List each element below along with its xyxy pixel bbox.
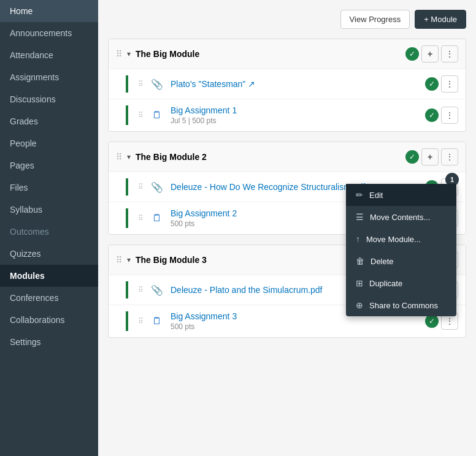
context-menu-item-label: Edit (369, 191, 383, 200)
sidebar-item-conferences[interactable]: Conferences (0, 287, 98, 309)
module-item: ⠿ 📎 Plato's "Statesman" ↗ (109, 69, 466, 99)
module-title-1: The Big Module (136, 49, 401, 59)
item-meta: Jul 5 | 500 pts (171, 116, 420, 125)
add-module-button[interactable]: + Module (415, 10, 466, 29)
context-menu: ✏ Edit ☰ Move Contents... ↑ Move Module.… (346, 184, 456, 316)
item-title-link[interactable]: Big Assignment 3 (171, 311, 237, 321)
context-menu-item-duplicate[interactable]: ⊞ Duplicate (346, 272, 456, 294)
item-title-link[interactable]: Plato's "Statesman" ↗ (171, 79, 255, 89)
module-expand-btn-2[interactable] (127, 153, 131, 161)
module-check-2 (405, 150, 419, 164)
item-check (425, 314, 439, 328)
item-left-border (126, 281, 128, 298)
module-item: ⠿ 🗒 Big Assignment 1 Jul 5 | 500 pts (109, 99, 466, 131)
sidebar-item-assignments[interactable]: Assignments (0, 66, 98, 88)
module-menu-btn-2[interactable] (441, 148, 458, 165)
sidebar-item-discussions[interactable]: Discussions (0, 88, 98, 110)
sidebar-item-modules[interactable]: Modules (0, 265, 98, 287)
item-title-link[interactable]: Deleuze - Plato and the Simulacrum.pdf (171, 285, 322, 295)
context-menu-item-label: Move Contents... (370, 213, 430, 222)
view-progress-button[interactable]: View Progress (340, 10, 410, 29)
assignment-icon: 🗒 (152, 110, 162, 121)
item-title-link[interactable]: Deleuze - How Do We Recognize Structural… (171, 182, 365, 192)
module-drag-handle-1[interactable]: ⠿ (116, 49, 122, 59)
sidebar-item-collaborations[interactable]: Collaborations (0, 309, 98, 331)
top-bar: View Progress + Module (108, 10, 466, 29)
item-drag-handle[interactable]: ⠿ (138, 214, 144, 222)
sidebar-item-grades[interactable]: Grades (0, 110, 98, 132)
module-header-1: ⠿ The Big Module (109, 39, 466, 69)
item-drag-handle[interactable]: ⠿ (138, 286, 144, 294)
context-menu-item-label: Duplicate (369, 279, 402, 288)
sidebar-item-people[interactable]: People (0, 132, 98, 154)
module-header-2: ⠿ The Big Module 2 (109, 142, 466, 172)
paperclip-icon: 📎 (151, 284, 163, 296)
pencil-icon: ✏ (356, 190, 363, 200)
item-meta: 500 pts (171, 322, 420, 331)
item-drag-handle[interactable]: ⠿ (138, 183, 144, 191)
sidebar-item-outcomes: Outcomes (0, 221, 98, 243)
module-actions-2 (405, 148, 458, 165)
sidebar-item-attendance[interactable]: Attendance (0, 44, 98, 66)
sidebar-item-announcements[interactable]: Announcements (0, 22, 98, 44)
context-menu-item-move-contents...[interactable]: ☰ Move Contents... (346, 206, 456, 228)
item-menu-btn[interactable] (441, 107, 458, 124)
trash-icon: 🗑 (356, 256, 364, 266)
sidebar-item-syllabus[interactable]: Syllabus (0, 199, 98, 221)
item-actions (425, 75, 458, 93)
item-title-link[interactable]: Big Assignment 2 (171, 208, 237, 218)
context-menu-item-move-module...[interactable]: ↑ Move Module... (346, 228, 456, 250)
main-content: View Progress + Module ⠿ The Big Module … (98, 0, 476, 456)
item-left-border (126, 105, 128, 125)
paperclip-icon: 📎 (151, 181, 163, 193)
move-contents-icon: ☰ (356, 212, 364, 222)
item-left-border (126, 75, 128, 93)
sidebar-item-files[interactable]: Files (0, 177, 98, 199)
share-icon: ⊕ (356, 300, 363, 310)
module-add-btn-2[interactable] (421, 148, 439, 165)
module-expand-btn-1[interactable] (127, 50, 131, 58)
item-menu-btn[interactable] (441, 75, 458, 93)
module-expand-btn-3[interactable] (127, 256, 131, 264)
item-left-border (126, 178, 128, 196)
item-drag-handle[interactable]: ⠿ (138, 317, 144, 325)
item-drag-handle[interactable]: ⠿ (138, 80, 144, 88)
module-actions-1 (405, 45, 458, 63)
item-title-link[interactable]: Big Assignment 1 (171, 105, 237, 115)
sidebar-item-home[interactable]: Home (0, 0, 98, 22)
module-drag-handle-3[interactable]: ⠿ (116, 255, 122, 265)
context-menu-item-edit[interactable]: ✏ Edit (346, 184, 456, 206)
item-type-icon: 📎 (148, 281, 166, 298)
module-title-2: The Big Module 2 (136, 152, 401, 162)
item-type-icon: 🗒 (148, 313, 166, 330)
item-type-icon: 🗒 (148, 210, 166, 227)
sidebar-item-quizzes[interactable]: Quizzes (0, 243, 98, 265)
context-menu-item-share-to-commons[interactable]: ⊕ Share to Commons (346, 294, 456, 316)
assignment-icon: 🗒 (152, 316, 162, 327)
context-menu-item-delete[interactable]: 🗑 Delete (346, 250, 456, 272)
item-actions (425, 107, 458, 124)
module-check-1 (405, 47, 419, 61)
sidebar-item-pages[interactable]: Pages (0, 154, 98, 177)
item-left-border (126, 208, 128, 228)
move-module-icon: ↑ (356, 234, 360, 244)
item-content: Plato's "Statesman" ↗ (171, 79, 420, 89)
module-card-1: ⠿ The Big Module ⠿ 📎 Plato's "Statesman"… (108, 39, 466, 132)
context-menu-item-label: Share to Commons (369, 301, 438, 310)
item-drag-handle[interactable]: ⠿ (138, 111, 144, 120)
duplicate-icon: ⊞ (356, 278, 363, 288)
item-content: Big Assignment 1 Jul 5 | 500 pts (171, 105, 420, 125)
item-type-icon: 🗒 (148, 107, 166, 124)
sidebar: HomeAnnouncementsAttendanceAssignmentsDi… (0, 0, 98, 456)
sidebar-item-settings[interactable]: Settings (0, 331, 98, 353)
item-type-icon: 📎 (148, 178, 166, 196)
module-menu-btn-1[interactable] (441, 45, 458, 63)
module-drag-handle-2[interactable]: ⠿ (116, 152, 122, 162)
item-left-border (126, 311, 128, 331)
paperclip-icon: 📎 (151, 78, 163, 90)
context-menu-item-label: Move Module... (366, 235, 421, 244)
module-add-btn-1[interactable] (421, 45, 439, 63)
item-check (425, 108, 439, 122)
item-check (425, 77, 439, 91)
assignment-icon: 🗒 (152, 213, 162, 224)
